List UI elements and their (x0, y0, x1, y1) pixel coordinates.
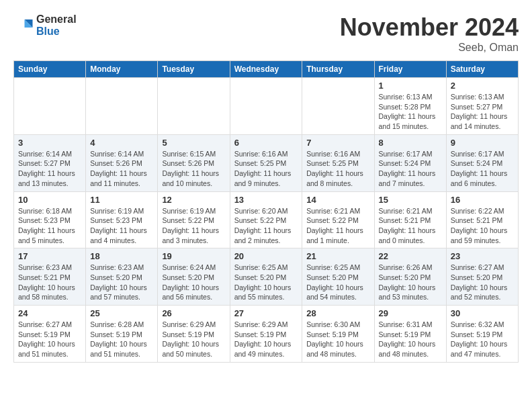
day-info: Sunrise: 6:19 AM Sunset: 5:23 PM Dayligh… (90, 206, 153, 246)
day-cell: 23Sunrise: 6:27 AM Sunset: 5:20 PM Dayli… (446, 248, 518, 306)
header-saturday: Saturday (446, 61, 518, 78)
day-info: Sunrise: 6:27 AM Sunset: 5:20 PM Dayligh… (451, 263, 514, 302)
day-info: Sunrise: 6:20 AM Sunset: 5:22 PM Dayligh… (234, 206, 298, 246)
day-info: Sunrise: 6:30 AM Sunset: 5:19 PM Dayligh… (306, 320, 369, 359)
day-cell: 30Sunrise: 6:32 AM Sunset: 5:19 PM Dayli… (446, 306, 518, 363)
day-number: 19 (162, 251, 225, 261)
header-wednesday: Wednesday (230, 61, 302, 78)
day-info: Sunrise: 6:13 AM Sunset: 5:27 PM Dayligh… (451, 92, 514, 132)
day-cell: 21Sunrise: 6:25 AM Sunset: 5:20 PM Dayli… (302, 248, 374, 306)
day-info: Sunrise: 6:27 AM Sunset: 5:19 PM Dayligh… (18, 320, 81, 359)
week-row-4: 17Sunrise: 6:23 AM Sunset: 5:21 PM Dayli… (14, 248, 519, 306)
header-thursday: Thursday (302, 61, 374, 78)
day-info: Sunrise: 6:13 AM Sunset: 5:28 PM Dayligh… (379, 92, 442, 132)
day-cell (86, 78, 158, 135)
day-number: 11 (90, 195, 153, 205)
day-info: Sunrise: 6:19 AM Sunset: 5:22 PM Dayligh… (162, 206, 225, 246)
logo: General Blue (13, 13, 77, 37)
header-tuesday: Tuesday (158, 61, 230, 78)
week-row-1: 1Sunrise: 6:13 AM Sunset: 5:28 PM Daylig… (14, 78, 519, 135)
day-number: 10 (18, 195, 81, 205)
day-cell: 9Sunrise: 6:17 AM Sunset: 5:24 PM Daylig… (446, 134, 518, 191)
day-cell: 8Sunrise: 6:17 AM Sunset: 5:24 PM Daylig… (374, 134, 446, 191)
day-number: 20 (234, 251, 298, 261)
day-cell: 20Sunrise: 6:25 AM Sunset: 5:20 PM Dayli… (230, 248, 302, 306)
day-cell: 26Sunrise: 6:29 AM Sunset: 5:19 PM Dayli… (158, 306, 230, 363)
day-cell: 5Sunrise: 6:15 AM Sunset: 5:26 PM Daylig… (158, 134, 230, 191)
day-cell: 24Sunrise: 6:27 AM Sunset: 5:19 PM Dayli… (14, 306, 86, 363)
month-title: November 2024 (340, 13, 519, 42)
day-info: Sunrise: 6:26 AM Sunset: 5:20 PM Dayligh… (379, 263, 442, 302)
day-cell: 4Sunrise: 6:14 AM Sunset: 5:26 PM Daylig… (86, 134, 158, 191)
day-cell: 18Sunrise: 6:23 AM Sunset: 5:20 PM Dayli… (86, 248, 158, 306)
day-info: Sunrise: 6:21 AM Sunset: 5:21 PM Dayligh… (379, 206, 442, 246)
day-number: 1 (379, 81, 442, 91)
day-cell: 28Sunrise: 6:30 AM Sunset: 5:19 PM Dayli… (302, 306, 374, 363)
day-cell (14, 78, 86, 135)
day-cell: 25Sunrise: 6:28 AM Sunset: 5:19 PM Dayli… (86, 306, 158, 363)
week-row-3: 10Sunrise: 6:18 AM Sunset: 5:23 PM Dayli… (14, 191, 519, 248)
day-number: 6 (234, 138, 298, 148)
day-number: 18 (90, 251, 153, 261)
day-cell: 22Sunrise: 6:26 AM Sunset: 5:20 PM Dayli… (374, 248, 446, 306)
day-cell: 11Sunrise: 6:19 AM Sunset: 5:23 PM Dayli… (86, 191, 158, 248)
day-cell: 13Sunrise: 6:20 AM Sunset: 5:22 PM Dayli… (230, 191, 302, 248)
day-info: Sunrise: 6:25 AM Sunset: 5:20 PM Dayligh… (234, 263, 298, 302)
day-cell: 12Sunrise: 6:19 AM Sunset: 5:22 PM Dayli… (158, 191, 230, 248)
day-cell (302, 78, 374, 135)
day-cell: 3Sunrise: 6:14 AM Sunset: 5:27 PM Daylig… (14, 134, 86, 191)
day-info: Sunrise: 6:14 AM Sunset: 5:27 PM Dayligh… (18, 149, 81, 189)
header-friday: Friday (374, 61, 446, 78)
day-number: 9 (451, 138, 514, 148)
day-number: 23 (451, 251, 514, 261)
day-cell: 10Sunrise: 6:18 AM Sunset: 5:23 PM Dayli… (14, 191, 86, 248)
day-number: 14 (306, 195, 369, 205)
day-number: 30 (451, 308, 514, 318)
day-info: Sunrise: 6:15 AM Sunset: 5:26 PM Dayligh… (162, 149, 225, 189)
header-monday: Monday (86, 61, 158, 78)
week-row-2: 3Sunrise: 6:14 AM Sunset: 5:27 PM Daylig… (14, 134, 519, 191)
day-number: 7 (306, 138, 369, 148)
day-cell: 7Sunrise: 6:16 AM Sunset: 5:25 PM Daylig… (302, 134, 374, 191)
logo-text: General Blue (36, 13, 77, 37)
logo-icon (13, 15, 34, 36)
day-cell: 1Sunrise: 6:13 AM Sunset: 5:28 PM Daylig… (374, 78, 446, 135)
day-number: 3 (18, 138, 81, 148)
logo-general: General (36, 13, 77, 26)
day-number: 27 (234, 308, 298, 318)
day-info: Sunrise: 6:17 AM Sunset: 5:24 PM Dayligh… (379, 149, 442, 189)
day-cell: 2Sunrise: 6:13 AM Sunset: 5:27 PM Daylig… (446, 78, 518, 135)
day-number: 28 (306, 308, 369, 318)
day-info: Sunrise: 6:22 AM Sunset: 5:21 PM Dayligh… (451, 206, 514, 246)
day-info: Sunrise: 6:28 AM Sunset: 5:19 PM Dayligh… (90, 320, 153, 359)
day-cell (158, 78, 230, 135)
day-number: 24 (18, 308, 81, 318)
day-cell: 15Sunrise: 6:21 AM Sunset: 5:21 PM Dayli… (374, 191, 446, 248)
day-cell (230, 78, 302, 135)
location: Seeb, Oman (340, 42, 519, 54)
day-cell: 16Sunrise: 6:22 AM Sunset: 5:21 PM Dayli… (446, 191, 518, 248)
day-number: 12 (162, 195, 225, 205)
day-cell: 17Sunrise: 6:23 AM Sunset: 5:21 PM Dayli… (14, 248, 86, 306)
day-number: 21 (306, 251, 369, 261)
day-info: Sunrise: 6:29 AM Sunset: 5:19 PM Dayligh… (234, 320, 298, 359)
week-row-5: 24Sunrise: 6:27 AM Sunset: 5:19 PM Dayli… (14, 306, 519, 363)
day-info: Sunrise: 6:14 AM Sunset: 5:26 PM Dayligh… (90, 149, 153, 189)
page-header: General Blue November 2024 Seeb, Oman (13, 13, 519, 54)
header-sunday: Sunday (14, 61, 86, 78)
day-info: Sunrise: 6:18 AM Sunset: 5:23 PM Dayligh… (18, 206, 81, 246)
logo-blue: Blue (36, 26, 77, 38)
day-number: 2 (451, 81, 514, 91)
day-info: Sunrise: 6:31 AM Sunset: 5:19 PM Dayligh… (379, 320, 442, 359)
calendar: Sunday Monday Tuesday Wednesday Thursday… (13, 60, 519, 363)
day-cell: 27Sunrise: 6:29 AM Sunset: 5:19 PM Dayli… (230, 306, 302, 363)
day-number: 8 (379, 138, 442, 148)
day-cell: 6Sunrise: 6:16 AM Sunset: 5:25 PM Daylig… (230, 134, 302, 191)
day-number: 17 (18, 251, 81, 261)
day-number: 26 (162, 308, 225, 318)
title-section: November 2024 Seeb, Oman (340, 13, 519, 54)
day-info: Sunrise: 6:23 AM Sunset: 5:21 PM Dayligh… (18, 263, 81, 302)
day-info: Sunrise: 6:25 AM Sunset: 5:20 PM Dayligh… (306, 263, 369, 302)
day-info: Sunrise: 6:16 AM Sunset: 5:25 PM Dayligh… (306, 149, 369, 189)
day-info: Sunrise: 6:16 AM Sunset: 5:25 PM Dayligh… (234, 149, 298, 189)
